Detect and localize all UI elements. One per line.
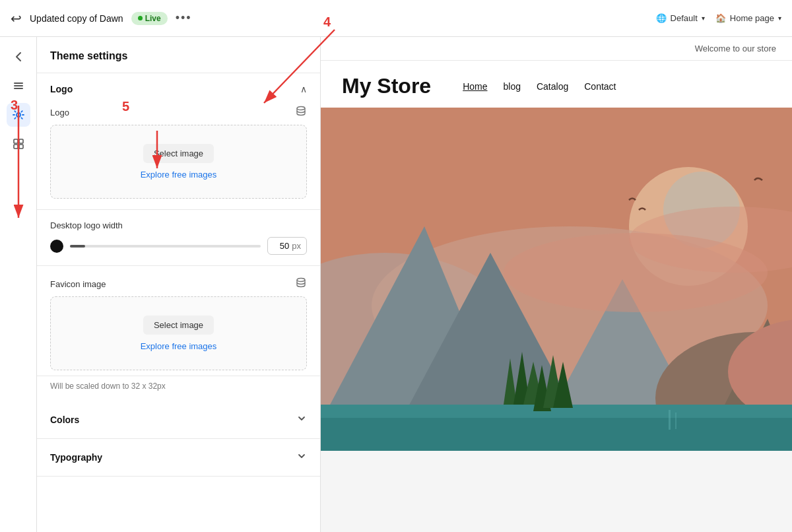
settings-sidebar-icon[interactable]	[7, 103, 30, 127]
theme-name: Updated copy of Dawn	[30, 13, 123, 24]
topbar-right: 🌐 Default ▾ 🏠 Home page ▾	[656, 13, 781, 23]
logo-section-content: Logo Select image Explore free images	[37, 105, 320, 209]
svg-point-3	[16, 113, 20, 117]
hero-image	[321, 108, 792, 451]
live-dot	[138, 16, 143, 20]
store-header: My Store Home blog Catalog Contact	[321, 61, 792, 108]
logo-select-image-button[interactable]: Select image	[143, 144, 214, 163]
desktop-width-label: Desktop logo width	[50, 220, 307, 230]
layers-sidebar-icon[interactable]	[7, 74, 30, 98]
nav-home[interactable]: Home	[463, 81, 487, 92]
more-button[interactable]: •••	[176, 11, 192, 25]
favicon-label: Favicon image	[50, 279, 106, 289]
nav-catalog[interactable]: Catalog	[537, 81, 568, 92]
database-icon[interactable]	[295, 105, 307, 119]
svg-rect-24	[321, 418, 792, 451]
svg-rect-7	[19, 145, 23, 149]
width-slider-row: 50 px	[50, 237, 307, 255]
preview-area: Welcome to our store My Store Home blog …	[321, 37, 792, 532]
svg-rect-1	[14, 85, 23, 86]
svg-point-8	[297, 107, 305, 110]
svg-rect-0	[14, 83, 23, 84]
main-area: Theme settings Logo ∧ Logo Select image …	[0, 37, 792, 532]
svg-rect-32	[675, 413, 676, 429]
typography-title: Typography	[50, 452, 102, 463]
home-label: Home page	[730, 13, 774, 23]
colors-section[interactable]: Colors	[37, 401, 320, 439]
nav-contact[interactable]: Contact	[584, 81, 616, 92]
logo-upload-box[interactable]: Select image Explore free images	[50, 125, 307, 199]
globe-icon: 🌐	[656, 13, 667, 23]
logo-section-header[interactable]: Logo ∧	[37, 73, 320, 105]
topbar-left: ↩ Updated copy of Dawn Live •••	[11, 11, 192, 26]
favicon-database-icon[interactable]	[295, 277, 307, 291]
language-selector[interactable]: 🌐 Default ▾	[656, 13, 705, 23]
colors-title: Colors	[50, 415, 79, 425]
width-value: 50	[273, 241, 289, 251]
chevron-down-icon: ▾	[702, 15, 705, 22]
slider-track[interactable]	[70, 245, 261, 248]
favicon-explore-link[interactable]: Explore free images	[141, 341, 217, 351]
settings-panel: Theme settings Logo ∧ Logo Select image …	[37, 37, 321, 532]
logo-explore-link[interactable]: Explore free images	[141, 170, 217, 180]
slider-handle[interactable]	[50, 240, 63, 253]
typography-section[interactable]: Typography	[37, 439, 320, 477]
favicon-field-row: Favicon image	[50, 277, 307, 291]
favicon-section: Favicon image Select image Explore free …	[37, 266, 320, 376]
back-icon[interactable]: ↩	[11, 11, 22, 26]
grid-sidebar-icon[interactable]	[7, 132, 30, 156]
preview-content: My Store Home blog Catalog Contact	[321, 61, 792, 532]
language-label: Default	[671, 13, 698, 23]
chevron-down-icon-2: ▾	[778, 15, 781, 22]
live-label: Live	[145, 14, 161, 23]
favicon-upload-box[interactable]: Select image Explore free images	[50, 296, 307, 370]
width-input[interactable]: 50 px	[267, 237, 307, 255]
icon-sidebar	[0, 37, 37, 532]
svg-rect-31	[669, 410, 671, 430]
logo-field-row: Logo	[50, 105, 307, 119]
svg-rect-6	[14, 145, 18, 149]
topbar: ↩ Updated copy of Dawn Live ••• 🌐 Defaul…	[0, 0, 792, 37]
nav-blog[interactable]: blog	[504, 81, 521, 92]
panel-title: Theme settings	[37, 37, 320, 73]
live-badge: Live	[131, 12, 168, 25]
svg-rect-2	[14, 88, 23, 89]
desktop-logo-width-section: Desktop logo width 50 px	[37, 210, 320, 266]
colors-chevron-down-icon	[296, 413, 307, 426]
logo-section-title: Logo	[50, 84, 73, 94]
favicon-hint: Will be scaled down to 32 x 32px	[37, 376, 320, 401]
store-nav: Home blog Catalog Contact	[463, 81, 616, 92]
logo-field-label: Logo	[50, 108, 69, 117]
home-page-selector[interactable]: 🏠 Home page ▾	[715, 13, 781, 23]
home-icon: 🏠	[715, 13, 726, 23]
favicon-select-image-button[interactable]: Select image	[143, 316, 214, 335]
slider-fill	[70, 245, 85, 248]
preview-topbar: Welcome to our store	[321, 37, 792, 61]
logo-section: Logo ∧ Logo Select image Explore free im…	[37, 73, 320, 210]
welcome-text: Welcome to our store	[695, 44, 776, 53]
svg-point-9	[297, 279, 305, 282]
logo-chevron-up-icon: ∧	[300, 84, 307, 94]
back-sidebar-icon[interactable]	[7, 45, 30, 69]
svg-rect-5	[19, 139, 23, 143]
svg-rect-4	[14, 139, 18, 143]
typography-chevron-down-icon	[296, 451, 307, 464]
store-title: My Store	[342, 74, 431, 98]
px-unit-label: px	[292, 241, 301, 251]
